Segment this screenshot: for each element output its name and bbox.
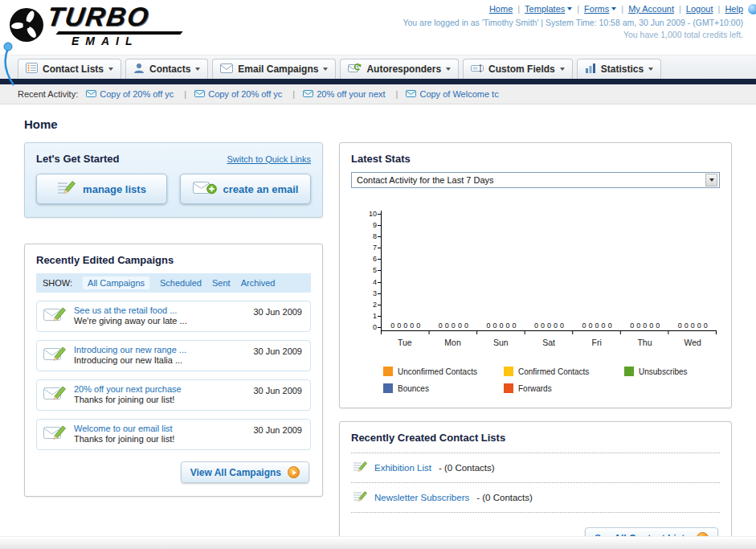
tab-autoresponders[interactable]: Autoresponders — [340, 59, 459, 79]
recent-activity-item[interactable]: Copy of 20% off yc — [194, 89, 295, 99]
legend-swatch — [504, 367, 513, 376]
logo-swoosh — [55, 31, 182, 35]
chart-category-label: Tue — [381, 338, 429, 347]
contact-list-link[interactable]: Newsletter Subscribers — [374, 493, 469, 502]
chart-value-label: 0 — [560, 322, 564, 330]
envelope-pencil-icon — [43, 424, 67, 445]
nav-link-home[interactable]: Home — [489, 4, 513, 14]
chart-value-group: 00000 — [668, 322, 717, 330]
chart-value-label: 0 — [547, 322, 551, 330]
chart-value-label: 0 — [684, 322, 689, 330]
chart-groups: 00000000000000000000000000000000000 — [382, 322, 717, 330]
create-email-button[interactable]: create an email — [180, 174, 311, 204]
chart-value-label: 0 — [602, 322, 606, 330]
pencil-list-icon — [353, 461, 367, 475]
chevron-down-icon — [567, 7, 572, 10]
chart-value-label: 0 — [589, 322, 593, 330]
chart-day-labels: TueMonSunSatFriThuWed — [381, 338, 717, 347]
chart-value-label: 0 — [636, 322, 640, 330]
chart-y-tick-label: 5 — [362, 267, 377, 274]
chart-value-label: 0 — [649, 322, 653, 330]
filter-sent[interactable]: Sent — [212, 278, 231, 288]
envelope-pencil-icon — [43, 384, 67, 405]
get-started-panel: Let's Get Started Switch to Quick Links … — [24, 142, 323, 218]
contact-activity-chart: 109876543210 000000000000000000000000000… — [362, 211, 717, 347]
chart-value-group: 00000 — [621, 322, 669, 330]
right-column: Latest Stats Contact Activity for the La… — [339, 142, 732, 549]
contact-lists-list: Exhibition List - (0 Contacts) Newslette… — [351, 453, 720, 513]
turbine-fan-icon — [8, 6, 45, 47]
chart-value-label: 0 — [492, 322, 497, 330]
recent-activity-item[interactable]: Copy of 20% off yc — [86, 89, 186, 99]
custom-field-icon — [471, 64, 484, 76]
nav-link-my-account[interactable]: My Account — [628, 4, 674, 14]
envelope-pencil-icon — [43, 305, 67, 326]
chart-value-label: 0 — [416, 322, 420, 330]
chart-value-group: 00000 — [477, 322, 525, 330]
chart-y-tick-label: 7 — [362, 244, 377, 252]
pencil-list-icon — [353, 490, 367, 505]
tab-contacts[interactable]: Contacts — [125, 59, 208, 79]
filter-scheduled[interactable]: Scheduled — [160, 278, 202, 288]
legend-swatch — [383, 367, 393, 376]
filter-all-campaigns[interactable]: All Campaigns — [83, 277, 149, 289]
logo-turbo-text: TURBO — [46, 3, 184, 30]
recent-activity-item[interactable]: 20% off your next — [303, 89, 398, 99]
chart-value-label: 0 — [704, 322, 708, 330]
switch-quick-links[interactable]: Switch to Quick Links — [227, 154, 311, 164]
chart-y-tick-label: 8 — [362, 233, 377, 240]
chart-value-label: 0 — [691, 322, 695, 330]
legend-label: Unsubscribes — [639, 367, 688, 376]
chart-value-label: 0 — [582, 322, 586, 330]
contact-list-link[interactable]: Exhibition List — [374, 463, 431, 473]
chart-value-label: 0 — [464, 322, 468, 330]
chart-value-label: 0 — [512, 322, 516, 330]
nav-link-help[interactable]: Help — [725, 4, 743, 14]
stats-range-value: Contact Activity for the Last 7 Days — [357, 175, 494, 185]
contact-list-row: Newsletter Subscribers - (0 Contacts) — [351, 483, 720, 513]
chart-y-tick-label: 3 — [362, 290, 377, 297]
campaign-title-link[interactable]: 20% off your next purchase — [74, 384, 182, 394]
legend-item: Confirmed Contacts — [504, 367, 624, 376]
logo-email-text: EMAIL — [72, 35, 182, 47]
chart-value-label: 0 — [608, 322, 612, 330]
envelope-icon — [303, 89, 313, 99]
tab-email-campaigns[interactable]: Email Campaigns — [212, 59, 336, 79]
stats-range-select[interactable]: Contact Activity for the Last 7 Days — [351, 172, 720, 188]
chevron-down-icon — [611, 7, 616, 10]
tab-statistics[interactable]: Statistics — [577, 59, 661, 79]
nav-link-forms[interactable]: Forms — [584, 4, 616, 14]
campaign-title-link[interactable]: See us at the retail food ... — [74, 305, 187, 315]
tab-custom-fields[interactable]: Custom Fields — [463, 59, 573, 79]
contacts-icon — [133, 63, 145, 76]
chart-value-label: 0 — [534, 322, 538, 330]
campaign-title-link[interactable]: Introducing our new range ... — [74, 345, 186, 354]
campaigns-title: Recently Edited Campaigns — [36, 254, 311, 266]
envelope-pencil-icon — [43, 345, 67, 366]
legend-item: Forwards — [504, 383, 624, 393]
campaign-row: Introducing our new range ... Introducin… — [36, 340, 311, 371]
campaign-subtitle: Introducing our new Italia ... — [74, 355, 186, 365]
bar-chart-icon — [585, 64, 596, 76]
recent-activity-label: Recent Activity: — [18, 89, 78, 99]
chart-plot-area: 00000000000000000000000000000000000 — [381, 211, 717, 331]
manage-lists-button[interactable]: manage lists — [36, 174, 167, 204]
tab-contact-lists[interactable]: Contact Lists — [18, 59, 121, 79]
credits-info: You have 1,000 total credits left. — [403, 30, 743, 39]
show-label: SHOW: — [43, 278, 72, 288]
view-all-campaigns-button[interactable]: View All Campaigns — [181, 461, 309, 483]
chart-category-label: Wed — [668, 338, 717, 347]
nav-link-logout[interactable]: Logout — [686, 4, 713, 14]
legend-swatch — [504, 383, 513, 393]
chart-value-group: 00000 — [525, 322, 574, 330]
campaign-date: 30 Jun 2009 — [253, 384, 302, 395]
chart-x-ticks — [381, 331, 717, 334]
chevron-down-icon — [648, 68, 653, 71]
pencil-list-icon — [57, 180, 76, 198]
nav-link-templates[interactable]: Templates — [525, 4, 572, 14]
recent-activity-item[interactable]: Copy of Welcome tc — [406, 89, 498, 99]
campaign-row: 20% off your next purchase Thanks for jo… — [36, 379, 311, 411]
page-title: Home — [24, 117, 732, 131]
filter-archived[interactable]: Archived — [241, 278, 276, 288]
campaign-title-link[interactable]: Welcome to our email list — [74, 424, 174, 433]
